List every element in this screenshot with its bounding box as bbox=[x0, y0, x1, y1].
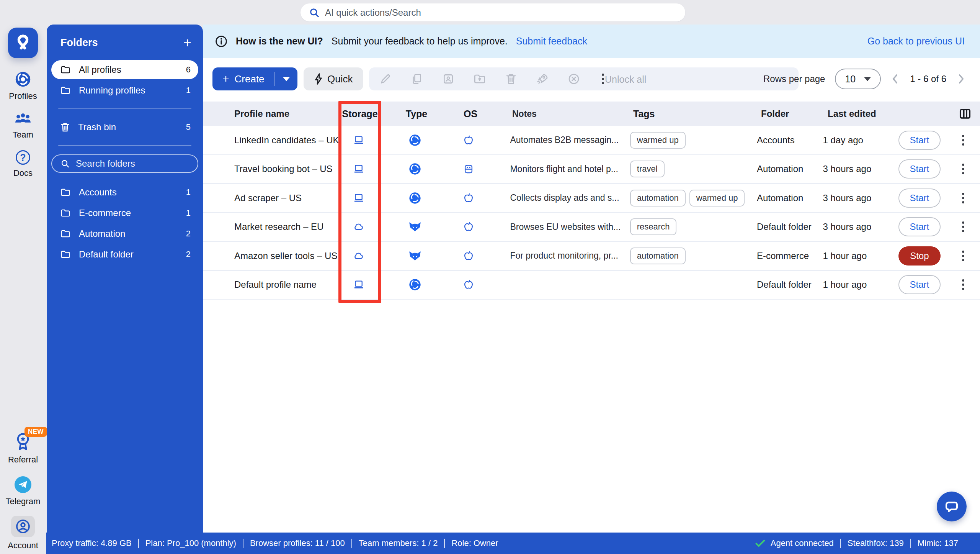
edit-icon[interactable] bbox=[379, 72, 392, 85]
rows-per-page-label: Rows per page bbox=[763, 74, 825, 84]
stop-button[interactable]: Stop bbox=[898, 246, 941, 266]
folder-item-running-profiles[interactable]: Running profiles 1 bbox=[51, 81, 198, 100]
delete-icon[interactable] bbox=[505, 72, 518, 85]
folder-item-label: Default folder bbox=[79, 249, 134, 260]
nav-team[interactable]: Team bbox=[0, 110, 46, 140]
table-row[interactable]: LinkedIn candidates – UK Automates B2B m… bbox=[203, 126, 980, 155]
stealthfox-browser-icon bbox=[408, 221, 421, 232]
nav-profiles[interactable]: Profiles bbox=[0, 71, 46, 101]
folder-item-label: Accounts bbox=[79, 187, 117, 198]
app-logo[interactable] bbox=[8, 28, 38, 58]
row-menu-icon[interactable] bbox=[959, 249, 967, 263]
nav-telegram[interactable]: Telegram bbox=[0, 476, 46, 506]
unlock-all-button[interactable]: Unlock all bbox=[605, 74, 646, 85]
table-header: Profile name Storage Type OS Notes Tags … bbox=[203, 102, 980, 126]
search-icon bbox=[309, 7, 320, 18]
folder-item-default-folder[interactable]: Default folder 2 bbox=[51, 245, 198, 264]
submit-feedback-link[interactable]: Submit feedback bbox=[516, 36, 587, 47]
chat-widget-button[interactable] bbox=[937, 492, 967, 521]
create-button-label: Create bbox=[235, 73, 265, 85]
mimic-browser-icon bbox=[409, 134, 421, 146]
cloud-storage-icon bbox=[353, 252, 364, 260]
table-row[interactable]: Amazon seller tools – US For product mon… bbox=[203, 242, 980, 271]
folder-item-label: All profiles bbox=[79, 64, 121, 75]
profile-folder: Automation bbox=[757, 164, 823, 174]
start-button[interactable]: Start bbox=[898, 159, 941, 179]
row-menu-icon[interactable] bbox=[959, 133, 967, 147]
create-dropdown-button[interactable] bbox=[275, 77, 297, 81]
start-button[interactable]: Start bbox=[898, 275, 941, 294]
bulk-actions-group bbox=[369, 67, 799, 90]
question-icon: ? bbox=[16, 150, 30, 165]
mimic-browser-icon bbox=[409, 279, 421, 291]
android-icon bbox=[464, 163, 474, 175]
stealthfox-browser-icon bbox=[408, 251, 421, 261]
nav-account[interactable]: Account bbox=[0, 516, 46, 551]
chat-bubble-icon bbox=[944, 498, 960, 515]
row-menu-icon[interactable] bbox=[959, 162, 967, 176]
close-circle-icon[interactable] bbox=[567, 72, 580, 85]
folder-item-label: E-commerce bbox=[79, 208, 131, 218]
table-row[interactable]: Ad scraper – US Collects display ads and… bbox=[203, 184, 980, 213]
row-menu-icon[interactable] bbox=[959, 278, 967, 292]
profile-notes: Automates B2B messagin... bbox=[485, 135, 630, 145]
search-input[interactable] bbox=[325, 7, 677, 18]
global-search-bar[interactable] bbox=[301, 3, 685, 21]
mimic-browser-icon bbox=[409, 192, 421, 204]
profiles-table: LinkedIn candidates – UK Automates B2B m… bbox=[203, 126, 980, 300]
pagination-range: 1 - 6 of 6 bbox=[910, 74, 946, 84]
folder-count: 1 bbox=[186, 85, 191, 95]
table-row[interactable]: Market research – EU Browses EU websites… bbox=[203, 213, 980, 242]
table-row[interactable]: Default profile name Default folder 1 ho… bbox=[203, 271, 980, 300]
quick-profile-button[interactable]: Quick bbox=[304, 67, 363, 90]
profile-folder: Automation bbox=[757, 193, 823, 203]
add-folder-button[interactable]: + bbox=[183, 37, 191, 49]
page-next-button[interactable] bbox=[957, 74, 965, 84]
header-notes: Notes bbox=[487, 109, 633, 119]
folder-search[interactable] bbox=[51, 154, 198, 173]
divider bbox=[58, 145, 191, 146]
folder-count: 1 bbox=[186, 208, 191, 218]
nav-docs-label: Docs bbox=[13, 168, 33, 178]
status-bar: Proxy traffic: 4.89 GB Plan: Pro_100 (mo… bbox=[46, 533, 980, 554]
launch-rocket-icon[interactable] bbox=[536, 72, 549, 85]
row-menu-icon[interactable] bbox=[959, 191, 967, 205]
rows-per-page-select[interactable]: 10 bbox=[835, 69, 881, 89]
create-split-button[interactable]: + Create bbox=[212, 67, 297, 90]
start-button[interactable]: Start bbox=[898, 217, 941, 236]
folder-icon bbox=[60, 66, 70, 74]
folder-count: 5 bbox=[186, 122, 191, 132]
check-icon bbox=[755, 539, 765, 547]
macos-icon bbox=[464, 250, 474, 262]
plus-icon: + bbox=[222, 72, 229, 85]
macos-icon bbox=[464, 134, 474, 146]
profiles-icon bbox=[15, 71, 31, 88]
go-back-previous-ui-link[interactable]: Go back to previous UI bbox=[867, 36, 965, 47]
last-edited: 3 hours ago bbox=[823, 193, 898, 203]
table-row[interactable]: Travel booking bot – US Monitors flight … bbox=[203, 155, 980, 184]
nav-referral[interactable]: NEW Referral bbox=[0, 432, 46, 465]
folder-item-all-profiles[interactable]: All profiles 6 bbox=[51, 60, 198, 79]
move-to-folder-icon[interactable] bbox=[473, 72, 486, 85]
row-menu-icon[interactable] bbox=[959, 220, 967, 234]
last-edited: 3 hours ago bbox=[823, 164, 898, 174]
duplicate-icon[interactable] bbox=[410, 72, 423, 85]
header-folder: Folder bbox=[761, 108, 828, 119]
page-prev-button[interactable] bbox=[891, 74, 899, 84]
folder-search-input[interactable] bbox=[76, 158, 194, 169]
start-button[interactable]: Start bbox=[898, 131, 941, 150]
profile-notes: Collects display ads and s... bbox=[485, 193, 630, 203]
profile-name: Default profile name bbox=[203, 279, 340, 290]
tag-chip: warmed up bbox=[689, 190, 745, 207]
folder-item-ecommerce[interactable]: E-commerce 1 bbox=[51, 203, 198, 223]
folder-item-trash-bin[interactable]: Trash bin 5 bbox=[51, 118, 198, 137]
nav-docs[interactable]: ? Docs bbox=[0, 150, 46, 178]
clone-profile-icon[interactable] bbox=[442, 72, 455, 85]
chevron-down-icon bbox=[864, 77, 871, 81]
start-button[interactable]: Start bbox=[898, 188, 941, 208]
local-storage-icon bbox=[353, 164, 364, 174]
folder-item-accounts[interactable]: Accounts 1 bbox=[51, 183, 198, 202]
info-icon bbox=[215, 35, 227, 48]
column-settings-icon[interactable] bbox=[959, 108, 971, 119]
folder-item-automation[interactable]: Automation 2 bbox=[51, 224, 198, 243]
